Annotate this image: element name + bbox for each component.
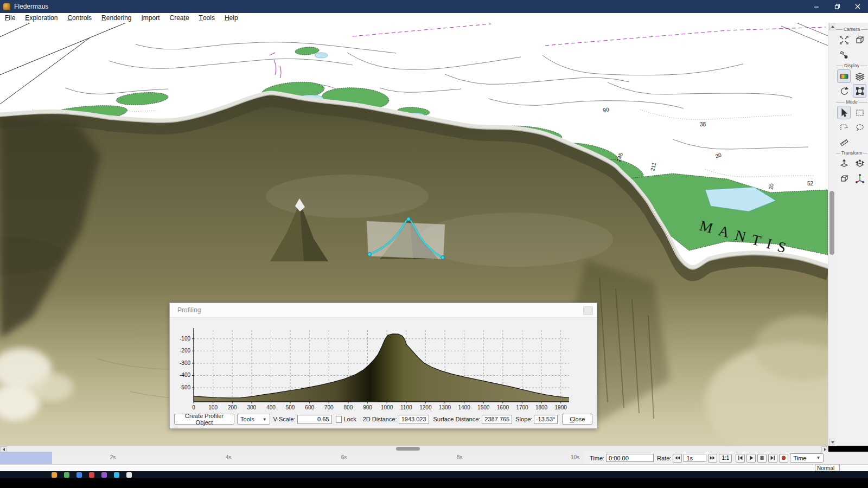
taskbar-icon-app-3[interactable] [76,472,82,478]
profiling-dialog: Profiling 010020030040050060070080090010… [169,303,597,429]
v-scale-input[interactable] [297,415,332,424]
chart-profile-area [194,334,569,402]
horizontal-scroll-thumb[interactable] [396,447,420,451]
panel-section-transform: Transform [836,150,867,156]
axis-tick-label: 1200 [419,404,432,410]
menu-exploration[interactable]: Exploration [20,13,62,23]
slope-value: -13.53° [534,415,558,424]
menu-rendering[interactable]: Rendering [97,13,136,23]
menu-tools[interactable]: Tools [194,13,220,23]
move-3d-icon[interactable] [837,157,851,170]
profile-endpoint-end[interactable] [441,256,445,260]
lasso-select-icon[interactable] [853,120,866,134]
rate-decrease-icon[interactable] [673,454,682,463]
pointer-icon[interactable] [837,106,851,119]
pan-plane-icon[interactable] [853,157,866,170]
menu-file[interactable]: File [0,13,20,23]
taskbar-icon-app-5[interactable] [101,472,107,478]
surface-distance-value: 2387.765 [482,415,512,424]
camera-fit-icon[interactable] [837,33,851,47]
menu-import[interactable]: Import [137,13,165,23]
taskbar-icon-app-2[interactable] [64,472,69,478]
lock-label: Lock [343,416,356,422]
axis-tick-label: 1500 [477,404,490,410]
profile-endpoint-start[interactable] [368,253,372,256]
corner-select-icon[interactable] [837,120,851,134]
taskbar-icon-app-1[interactable] [52,472,57,478]
timeline-track[interactable]: 2s4s6s8s10s [0,452,584,464]
v-scale-label: V-Scale: [273,416,296,422]
transport-buttons [736,454,788,463]
ratio-1-1-button[interactable]: 1:1 [719,454,732,463]
taskbar-icon-app-7[interactable] [126,472,132,478]
app-icon [3,3,10,10]
axis-tick-label: 1000 [381,404,393,410]
vertical-scrollbar[interactable] [828,23,836,446]
colormap-icon[interactable] [837,69,851,83]
lock-checkbox[interactable] [336,416,342,423]
rate-increase-icon[interactable] [708,454,717,463]
rect-select-icon[interactable] [853,106,866,119]
tools-dropdown-label: Tools [240,416,254,422]
timeline-tick-label: 10s [571,454,579,460]
profiling-controls: Create Profiler Object Tools ▼ V-Scale: … [174,413,592,425]
create-profiler-object-button[interactable]: Create Profiler Object [174,414,234,425]
taskbar-icon-app-6[interactable] [114,472,119,478]
windows-taskbar[interactable] [0,471,868,478]
profiling-dialog-titlebar[interactable]: Profiling [170,303,597,318]
minimize-button[interactable] [806,0,827,13]
time-input[interactable] [606,454,654,462]
play-button[interactable] [746,454,756,463]
tool-panel: CameraDisplayModeTransform [835,23,868,446]
skip-start-button[interactable] [736,454,745,463]
status-bar: Normal [0,464,868,472]
surface-distance-label: Surface Distance: [433,416,481,422]
light-icon[interactable] [837,48,851,61]
measure-icon[interactable] [837,135,851,149]
cube-icon[interactable] [837,171,851,185]
axis-tick-label: 1900 [555,404,567,410]
timeline-tick-label: 4s [226,454,232,460]
chevron-down-icon: ▼ [816,455,820,460]
vertical-scroll-thumb[interactable] [829,191,834,255]
menu-help[interactable]: Help [220,13,243,23]
taskbar-icon-app-4[interactable] [89,472,94,478]
panel-section-mode: Mode [836,99,867,105]
wireframe-icon[interactable] [853,69,866,83]
axis-tick-label: 1100 [400,404,412,410]
time-mode-dropdown[interactable]: Time ▼ [790,453,824,463]
record-button[interactable] [779,454,788,463]
bounding-box-icon[interactable] [853,84,866,98]
tools-dropdown[interactable]: Tools ▼ [237,414,270,425]
axis-tick-label: 800 [344,404,353,410]
maximize-button[interactable] [827,0,847,13]
window-title: Fledermaus [14,3,48,10]
axis-tick-label: 600 [305,404,314,410]
slope-label: Slope: [515,416,532,422]
profile-chart[interactable]: 0100200300400500600700800900100011001200… [170,317,597,412]
profile-midpoint[interactable] [407,217,411,221]
axis-tick-label: 1700 [516,404,528,410]
depth-sounding: 38 [700,121,706,127]
axes-icon[interactable] [853,171,866,185]
timeline-played-segment[interactable] [0,452,52,464]
close-button[interactable]: Close [562,414,592,425]
rate-input[interactable] [684,454,706,462]
menu-create[interactable]: Create [165,13,194,23]
rotate-icon[interactable] [837,84,851,98]
skip-end-button[interactable] [768,454,777,463]
timeline-tick-label: 8s [457,454,463,460]
profiling-close-icon[interactable] [583,306,593,315]
axis-tick-label: 500 [286,404,295,410]
camera-cube-icon[interactable] [853,33,866,47]
axis-tick-label: 300 [247,404,257,410]
axis-tick-label: 700 [324,404,334,410]
pause-button[interactable] [757,454,767,463]
axis-tick-label: -500 [180,384,190,390]
axis-tick-label: 900 [363,404,372,410]
close-button[interactable] [847,0,868,13]
2d-distance-value: 1943.023 [399,415,429,424]
menu-controls[interactable]: Controls [62,13,97,23]
title-bar[interactable]: Fledermaus [0,0,868,13]
2d-distance-label: 2D Distance: [363,416,397,422]
